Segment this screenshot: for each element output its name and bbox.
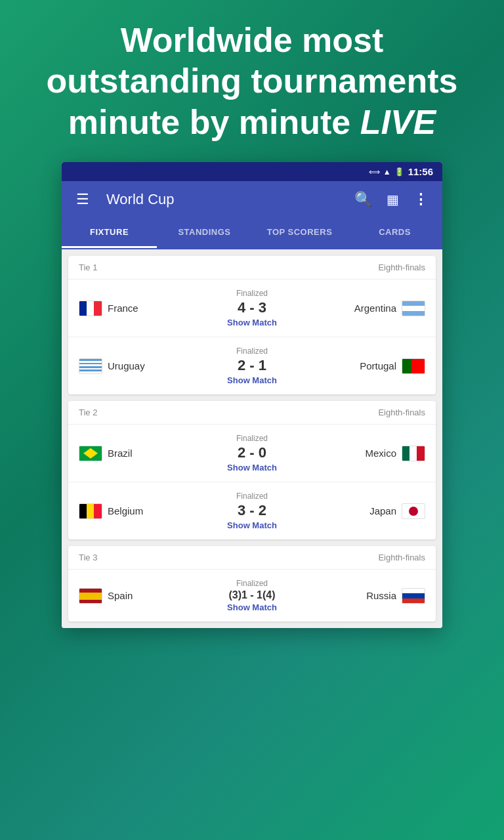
tab-top-scorers[interactable]: TOP SCORERS xyxy=(252,218,347,248)
tab-cards[interactable]: CARDS xyxy=(347,218,442,248)
status-icons: ⟺ ▲ 🔋 xyxy=(369,167,404,177)
finalized-label-4: Finalized xyxy=(216,492,288,501)
content-area: Tie 1 Eighth-finals France Finalized 4 -… xyxy=(62,249,442,628)
flag-brazil xyxy=(79,446,102,461)
team-name-uruguay: Uruguay xyxy=(108,360,145,371)
match-brazil-mexico: Brazil Finalized 2 - 0 Show Match Mexico xyxy=(68,425,436,482)
status-time: 11:56 xyxy=(408,166,433,177)
score-block-2-2: Finalized 3 - 2 Show Match xyxy=(216,492,288,530)
tab-fixture[interactable]: FIXTURE xyxy=(62,218,157,248)
match-spain-russia: Spain Finalized (3)1 - 1(4) Show Match R… xyxy=(68,570,436,621)
tie-3-stage: Eighth-finals xyxy=(378,553,425,562)
menu-icon[interactable]: ☰ xyxy=(71,186,94,213)
team-spain: Spain xyxy=(79,588,211,604)
score-belgium-japan: 3 - 2 xyxy=(216,502,288,519)
calendar-icon[interactable]: ▦ xyxy=(381,186,404,213)
show-match-uruguay-portugal[interactable]: Show Match xyxy=(216,375,288,385)
finalized-label-3: Finalized xyxy=(216,434,288,443)
show-match-brazil-mexico[interactable]: Show Match xyxy=(216,463,288,472)
team-name-spain: Spain xyxy=(108,590,133,601)
show-match-belgium-japan[interactable]: Show Match xyxy=(216,520,288,530)
team-name-mexico: Mexico xyxy=(365,448,396,459)
team-name-brazil: Brazil xyxy=(108,448,133,459)
tie-1-id: Tie 1 xyxy=(79,262,97,272)
signal-icon: ▲ xyxy=(383,167,391,177)
tie-3-card: Tie 3 Eighth-finals Spain Finalized (3)1… xyxy=(68,546,436,621)
team-uruguay: Uruguay xyxy=(79,358,211,374)
search-icon[interactable]: 🔍 xyxy=(349,186,377,213)
team-brazil: Brazil xyxy=(79,446,211,461)
flag-argentina xyxy=(402,301,425,316)
app-bar: ☰ World Cup 🔍 ▦ ⋮ xyxy=(62,181,442,218)
team-belgium: Belgium xyxy=(79,503,211,519)
flag-japan xyxy=(402,503,425,519)
hero-title: Worldwide most outstanding tournaments m… xyxy=(39,20,465,142)
match-belgium-japan: Belgium Finalized 3 - 2 Show Match Japan xyxy=(68,482,436,539)
app-bar-icons: 🔍 ▦ ⋮ xyxy=(349,186,433,213)
flag-uruguay xyxy=(79,358,102,374)
team-name-portugal: Portugal xyxy=(360,360,396,371)
team-mexico: Mexico xyxy=(293,446,425,461)
flag-spain xyxy=(79,588,102,604)
finalized-label: Finalized xyxy=(216,289,288,298)
score-france-argentina: 4 - 3 xyxy=(216,299,288,316)
flag-russia xyxy=(402,588,425,604)
data-icon: ⟺ xyxy=(369,167,380,177)
flag-portugal xyxy=(402,358,425,374)
more-icon[interactable]: ⋮ xyxy=(408,186,433,213)
tie-3-header: Tie 3 Eighth-finals xyxy=(68,546,436,569)
app-title: World Cup xyxy=(106,191,343,208)
team-argentina: Argentina xyxy=(293,301,425,316)
score-uruguay-portugal: 2 - 1 xyxy=(216,357,288,374)
hero-section: Worldwide most outstanding tournaments m… xyxy=(0,0,504,162)
tie-2-stage: Eighth-finals xyxy=(378,408,425,417)
team-name-france: France xyxy=(108,303,138,314)
tab-bar: FIXTURE STANDINGS TOP SCORERS CARDS xyxy=(62,218,442,249)
score-brazil-mexico: 2 - 0 xyxy=(216,444,288,461)
team-name-russia: Russia xyxy=(366,590,396,601)
match-france-argentina: France Finalized 4 - 3 Show Match Argent… xyxy=(68,280,436,337)
show-match-france-argentina[interactable]: Show Match xyxy=(216,318,288,327)
finalized-label-2: Finalized xyxy=(216,346,288,356)
status-bar: ⟺ ▲ 🔋 11:56 xyxy=(62,162,442,181)
score-block-2-1: Finalized 2 - 0 Show Match xyxy=(216,434,288,472)
tie-3-id: Tie 3 xyxy=(79,553,97,562)
flag-belgium xyxy=(79,503,102,519)
tie-2-id: Tie 2 xyxy=(79,408,97,417)
team-name-argentina: Argentina xyxy=(354,303,396,314)
team-portugal: Portugal xyxy=(293,358,425,374)
show-match-spain-russia[interactable]: Show Match xyxy=(216,602,288,612)
tie-1-stage: Eighth-finals xyxy=(378,262,425,272)
team-name-belgium: Belgium xyxy=(108,505,143,516)
tab-standings[interactable]: STANDINGS xyxy=(157,218,252,248)
flag-mexico xyxy=(402,446,425,461)
team-russia: Russia xyxy=(293,588,425,604)
tie-1-header: Tie 1 Eighth-finals xyxy=(68,256,436,279)
flag-france xyxy=(79,301,102,316)
battery-icon: 🔋 xyxy=(394,167,404,177)
score-block-1-2: Finalized 2 - 1 Show Match xyxy=(216,346,288,385)
tie-1-card: Tie 1 Eighth-finals France Finalized 4 -… xyxy=(68,256,436,394)
score-block-3-1: Finalized (3)1 - 1(4) Show Match xyxy=(216,579,288,612)
tie-2-header: Tie 2 Eighth-finals xyxy=(68,401,436,424)
team-france: France xyxy=(79,301,211,316)
tie-2-card: Tie 2 Eighth-finals Brazil Finalized 2 -… xyxy=(68,401,436,539)
phone-frame: ⟺ ▲ 🔋 11:56 ☰ World Cup 🔍 ▦ ⋮ FIXTURE ST… xyxy=(62,162,442,628)
team-name-japan: Japan xyxy=(369,505,396,516)
score-spain-russia: (3)1 - 1(4) xyxy=(216,589,288,601)
team-japan: Japan xyxy=(293,503,425,519)
finalized-label-5: Finalized xyxy=(216,579,288,588)
match-uruguay-portugal: Uruguay Finalized 2 - 1 Show Match Portu… xyxy=(68,337,436,394)
score-block-1-1: Finalized 4 - 3 Show Match xyxy=(216,289,288,327)
